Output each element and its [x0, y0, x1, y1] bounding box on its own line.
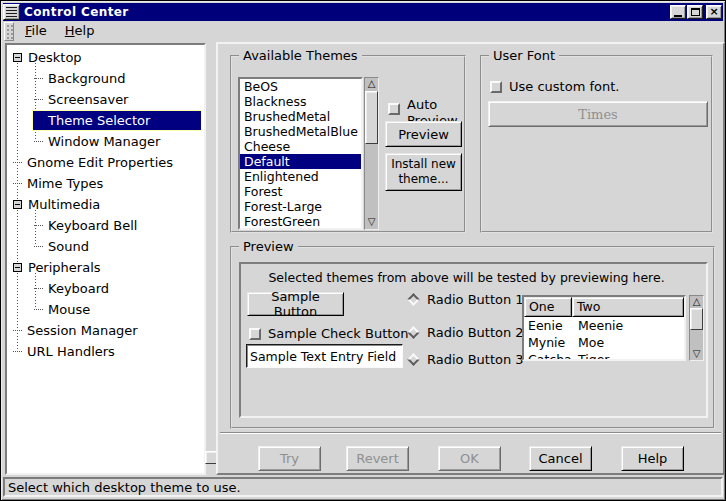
sample-text-entry[interactable]: [246, 344, 403, 368]
category-tree: DesktopBackgroundScreensaverTheme Select…: [5, 43, 206, 475]
preview-table[interactable]: OneTwo EenieMeenieMynieMoeCatchaTiger: [522, 295, 686, 361]
tree-item-label: Gnome Edit Properties: [27, 155, 173, 170]
table-row[interactable]: CatchaTiger: [524, 351, 684, 359]
radio-icon: [407, 353, 420, 366]
tree-item-label: Desktop: [28, 50, 82, 65]
checkbox-icon: [490, 81, 502, 93]
theme-item-forestgreen[interactable]: ForestGreen: [240, 214, 361, 229]
theme-list[interactable]: BeOSBlacknessBrushedMetalBrushedMetalBlu…: [238, 77, 363, 230]
window-title: Control Center: [24, 5, 670, 19]
theme-list-scrollbar[interactable]: △ ▽: [364, 77, 379, 230]
maximize-button[interactable]: [687, 5, 703, 19]
radio-radio-button-1[interactable]: Radio Button 1: [406, 292, 524, 307]
scrollbar-thumb[interactable]: [690, 308, 703, 330]
tree-item-peripherals[interactable]: Peripherals: [7, 257, 204, 278]
tree-branch-line: [34, 78, 43, 79]
tree-item-keyboard[interactable]: Keyboard: [7, 278, 204, 299]
tree-item-background[interactable]: Background: [7, 68, 204, 89]
window-menu-button[interactable]: [3, 4, 20, 20]
scroll-down-icon[interactable]: ▽: [690, 348, 703, 360]
scroll-up-icon[interactable]: △: [690, 296, 703, 308]
tree-item-mime-types[interactable]: Mime Types: [7, 173, 204, 194]
table-cell: Meenie: [572, 317, 684, 334]
minimize-button[interactable]: [670, 5, 686, 19]
tree-item-theme-selector[interactable]: Theme Selector: [7, 110, 204, 131]
theme-item-forest-large[interactable]: Forest-Large: [240, 199, 361, 214]
menu-file[interactable]: File: [16, 21, 56, 42]
theme-item-beos[interactable]: BeOS: [240, 79, 361, 94]
table-cell: Moe: [572, 334, 684, 351]
theme-item-default[interactable]: Default: [240, 154, 361, 169]
theme-item-cheese[interactable]: Cheese: [240, 139, 361, 154]
theme-item-brushedmetalblue[interactable]: BrushedMetalBlue: [240, 124, 361, 139]
tree-branch-line: [13, 330, 22, 331]
scrollbar-thumb[interactable]: [365, 91, 378, 144]
column-header-one[interactable]: One: [524, 297, 572, 317]
use-custom-font-checkbox[interactable]: Use custom font.: [490, 79, 619, 94]
tree-item-keyboard-bell[interactable]: Keyboard Bell: [7, 215, 204, 236]
tree-item-gnome-edit-properties[interactable]: Gnome Edit Properties: [7, 152, 204, 173]
tree-item-label: Window Manager: [48, 134, 160, 149]
radio-label: Radio Button 2: [427, 325, 524, 340]
checkbox-icon: [388, 103, 400, 115]
preview-caption: Selected themes from above will be teste…: [241, 270, 692, 285]
sample-button[interactable]: Sample Button: [247, 292, 344, 316]
tree-item-sound[interactable]: Sound: [7, 236, 204, 257]
cancel-button[interactable]: Cancel: [529, 446, 592, 471]
table-row[interactable]: EenieMeenie: [524, 317, 684, 334]
tree-collapse-icon[interactable]: [13, 53, 22, 62]
theme-item-enlightened[interactable]: Enlightened: [240, 169, 361, 184]
tree-item-window-manager[interactable]: Window Manager: [7, 131, 204, 152]
tree-item-label: Peripherals: [28, 260, 101, 275]
tree-item-mouse[interactable]: Mouse: [7, 299, 204, 320]
ok-button[interactable]: OK: [438, 446, 501, 471]
tree-item-multimedia[interactable]: Multimedia: [7, 194, 204, 215]
user-font-legend: User Font: [489, 48, 559, 63]
sample-check-button[interactable]: Sample Check Button: [249, 326, 409, 341]
menu-help[interactable]: Help: [56, 21, 104, 42]
tree-branch-line: [34, 141, 43, 142]
tree-branch-line: [13, 162, 22, 163]
install-new-theme-button[interactable]: Install new theme...: [385, 153, 462, 191]
tree-collapse-icon[interactable]: [13, 200, 22, 209]
theme-item-forest[interactable]: Forest: [240, 184, 361, 199]
theme-item-blackness[interactable]: Blackness: [240, 94, 361, 109]
control-center-window: Control Center × FileHelp DesktopBackgro…: [0, 0, 726, 501]
close-button[interactable]: ×: [706, 5, 722, 19]
radio-label: Radio Button 1: [427, 292, 524, 307]
font-picker-button[interactable]: Times: [488, 101, 708, 127]
radio-radio-button-2[interactable]: Radio Button 2: [406, 325, 524, 340]
menu-items: FileHelp: [16, 21, 103, 42]
try-button[interactable]: Try: [258, 446, 321, 471]
tree-item-label: Theme Selector: [48, 113, 150, 128]
tree-item-label: Mouse: [48, 302, 90, 317]
preview-area: Selected themes from above will be teste…: [239, 262, 708, 418]
paned-divider[interactable]: [206, 43, 216, 475]
tree-item-screensaver[interactable]: Screensaver: [7, 89, 204, 110]
help-button[interactable]: Help: [621, 446, 684, 471]
tree-item-session-manager[interactable]: Session Manager: [7, 320, 204, 341]
menu-drag-handle[interactable]: [4, 22, 14, 41]
theme-item-brushedmetal[interactable]: BrushedMetal: [240, 109, 361, 124]
revert-button[interactable]: Revert: [346, 446, 409, 471]
scroll-up-icon[interactable]: △: [365, 78, 378, 91]
tree-branch-line: [34, 246, 43, 247]
checkbox-icon: [249, 328, 261, 340]
tree-item-label: Background: [48, 71, 126, 86]
radio-radio-button-3[interactable]: Radio Button 3: [406, 352, 524, 367]
table-cell: Mynie: [524, 334, 572, 351]
preview-button[interactable]: Preview: [385, 121, 462, 147]
tree-item-label: Keyboard Bell: [48, 218, 137, 233]
table-scrollbar[interactable]: △ ▽: [689, 295, 704, 361]
radio-icon: [407, 293, 420, 306]
tree-item-label: Multimedia: [28, 197, 100, 212]
tree-collapse-icon[interactable]: [13, 263, 22, 272]
tree-rows: DesktopBackgroundScreensaverTheme Select…: [7, 47, 204, 362]
close-icon: ×: [709, 7, 718, 17]
capplet-panel: Available Themes BeOSBlacknessBrushedMet…: [216, 42, 725, 475]
tree-item-desktop[interactable]: Desktop: [7, 47, 204, 68]
scroll-down-icon[interactable]: ▽: [365, 216, 378, 229]
tree-item-url-handlers[interactable]: URL Handlers: [7, 341, 204, 362]
table-row[interactable]: MynieMoe: [524, 334, 684, 351]
column-header-two[interactable]: Two: [572, 297, 684, 317]
